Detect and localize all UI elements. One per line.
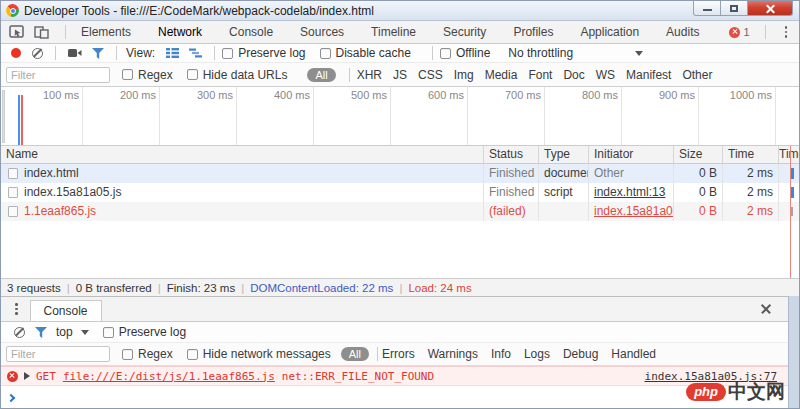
tab-audits[interactable]: Audits xyxy=(666,25,699,39)
column-header-name[interactable]: Name xyxy=(1,146,483,163)
waterfall-load-line xyxy=(790,146,791,278)
expand-arrow-icon[interactable] xyxy=(24,372,30,380)
maximize-button[interactable] xyxy=(721,1,748,16)
column-header-size[interactable]: Size xyxy=(673,146,722,163)
clear-requests-button[interactable] xyxy=(32,48,43,59)
regex-checkbox[interactable]: Regex xyxy=(122,68,173,82)
table-row[interactable]: index.html Finished document Other 0 B 2… xyxy=(1,164,799,183)
column-header-time[interactable]: Time xyxy=(722,146,778,163)
column-header-initiator[interactable]: Initiator xyxy=(588,146,673,163)
tab-security[interactable]: Security xyxy=(443,25,486,39)
throttling-dropdown[interactable]: No throttling xyxy=(508,46,643,60)
device-toolbar-button[interactable] xyxy=(34,26,49,39)
level-filter-info[interactable]: Info xyxy=(491,347,511,361)
table-row[interactable]: 1.1eaaf865.js (failed) index.15a81a05.js… xyxy=(1,202,799,221)
inspect-element-button[interactable] xyxy=(9,25,25,39)
level-filter-all[interactable]: All xyxy=(341,347,369,361)
console-preserve-log-checkbox[interactable]: Preserve log xyxy=(103,325,186,339)
network-filter-bar: Regex Hide data URLs All XHR JS CSS Img … xyxy=(1,63,799,87)
console-prompt[interactable] xyxy=(1,386,799,409)
tab-console[interactable]: Console xyxy=(229,25,273,39)
tab-timeline[interactable]: Timeline xyxy=(371,25,416,39)
type-filter-xhr[interactable]: XHR xyxy=(357,68,382,82)
initiator-link[interactable]: index.html:13 xyxy=(594,185,665,199)
checkbox-icon xyxy=(320,48,331,59)
request-name: 1.1eaaf865.js xyxy=(24,204,96,218)
network-filter-toggle-button[interactable] xyxy=(92,48,104,59)
request-status: Finished xyxy=(483,164,538,183)
column-header-timeline[interactable]: Timeline xyxy=(778,146,800,163)
level-filter-errors[interactable]: Errors xyxy=(382,347,415,361)
disable-cache-checkbox[interactable]: Disable cache xyxy=(320,46,411,60)
record-button[interactable] xyxy=(11,48,21,58)
console-filter-input[interactable] xyxy=(6,346,110,362)
offline-checkbox[interactable]: Offline xyxy=(440,46,490,60)
divider xyxy=(116,46,117,60)
show-overview-toggle-button[interactable] xyxy=(189,48,202,58)
tab-application[interactable]: Application xyxy=(580,25,639,39)
title-bar: Developer Tools - file:///E:/CodeMark/we… xyxy=(1,1,799,21)
hide-data-urls-checkbox[interactable]: Hide data URLs xyxy=(187,68,288,82)
type-filter-other[interactable]: Other xyxy=(682,68,712,82)
preserve-log-checkbox[interactable]: Preserve log xyxy=(222,46,305,60)
devtools-menu-button[interactable] xyxy=(781,24,792,40)
level-filter-logs[interactable]: Logs xyxy=(524,347,550,361)
view-label: View: xyxy=(126,46,155,60)
execution-context-selector[interactable]: top xyxy=(56,325,73,339)
level-filters: Errors Warnings Info Logs Debug Handled xyxy=(382,347,656,361)
large-rows-toggle-button[interactable] xyxy=(166,48,179,58)
overview-grip[interactable] xyxy=(2,90,5,143)
type-filter-manifest[interactable]: Manifest xyxy=(626,68,671,82)
type-filter-js[interactable]: JS xyxy=(393,68,407,82)
type-filter-font[interactable]: Font xyxy=(528,68,552,82)
network-toolbar: View: Preserve log Disable cache Offline… xyxy=(1,44,799,63)
level-filter-warnings[interactable]: Warnings xyxy=(428,347,478,361)
checkbox-icon xyxy=(122,349,133,360)
console-error-message[interactable]: GET file:///E:/dist/js/1.1eaaf865.js net… xyxy=(1,366,799,386)
type-filter-all[interactable]: All xyxy=(307,68,335,82)
request-time: 2 ms xyxy=(722,202,778,221)
capture-screenshots-button[interactable] xyxy=(68,48,82,58)
initiator-link[interactable]: index.15a81a05.js:… xyxy=(594,204,673,218)
type-filter-css[interactable]: CSS xyxy=(418,68,443,82)
network-overview-ruler[interactable]: 100 ms 200 ms 300 ms 400 ms 500 ms 600 m… xyxy=(1,87,799,146)
column-header-status[interactable]: Status xyxy=(483,146,538,163)
tab-profiles[interactable]: Profiles xyxy=(513,25,553,39)
request-name: index.html xyxy=(24,166,79,180)
request-size: 0 B xyxy=(673,202,722,221)
drawer-close-button[interactable] xyxy=(761,304,771,314)
script-file-icon xyxy=(8,187,18,198)
domcontentloaded-time: DOMContentLoaded: 22 ms xyxy=(250,282,393,294)
clear-console-button[interactable] xyxy=(14,327,25,338)
request-time: 2 ms xyxy=(722,164,778,183)
error-url-link[interactable]: file:///E:/dist/js/1.1eaaf865.js xyxy=(63,370,275,383)
tab-sources[interactable]: Sources xyxy=(300,25,344,39)
type-filter-doc[interactable]: Doc xyxy=(563,68,584,82)
drawer-scrollbar[interactable] xyxy=(788,296,799,408)
console-filter-toggle-button[interactable] xyxy=(35,327,47,338)
tab-network[interactable]: Network xyxy=(158,25,202,39)
drawer-menu-button[interactable] xyxy=(11,301,22,317)
level-filter-debug[interactable]: Debug xyxy=(563,347,598,361)
window-controls xyxy=(693,1,799,16)
hide-network-messages-checkbox[interactable]: Hide network messages xyxy=(187,347,331,361)
ruler-tick: 300 ms xyxy=(160,87,237,145)
table-row[interactable]: index.15a81a05.js Finished script index.… xyxy=(1,183,799,202)
minimize-button[interactable] xyxy=(693,1,721,16)
type-filter-img[interactable]: Img xyxy=(454,68,474,82)
type-filter-media[interactable]: Media xyxy=(485,68,518,82)
error-method: GET xyxy=(36,370,56,383)
error-count-badge[interactable]: 1 xyxy=(729,26,749,38)
network-filter-input[interactable] xyxy=(6,67,110,83)
drawer-tab-console[interactable]: Console xyxy=(30,300,102,321)
type-filter-ws[interactable]: WS xyxy=(596,68,615,82)
tab-elements[interactable]: Elements xyxy=(81,25,131,39)
column-header-type[interactable]: Type xyxy=(538,146,588,163)
console-regex-checkbox[interactable]: Regex xyxy=(122,347,173,361)
request-type: script xyxy=(538,183,588,202)
hide-data-urls-label: Hide data URLs xyxy=(203,68,288,82)
request-type xyxy=(538,202,588,221)
level-filter-handled[interactable]: Handled xyxy=(611,347,656,361)
divider xyxy=(241,282,244,294)
close-button[interactable] xyxy=(748,1,793,16)
